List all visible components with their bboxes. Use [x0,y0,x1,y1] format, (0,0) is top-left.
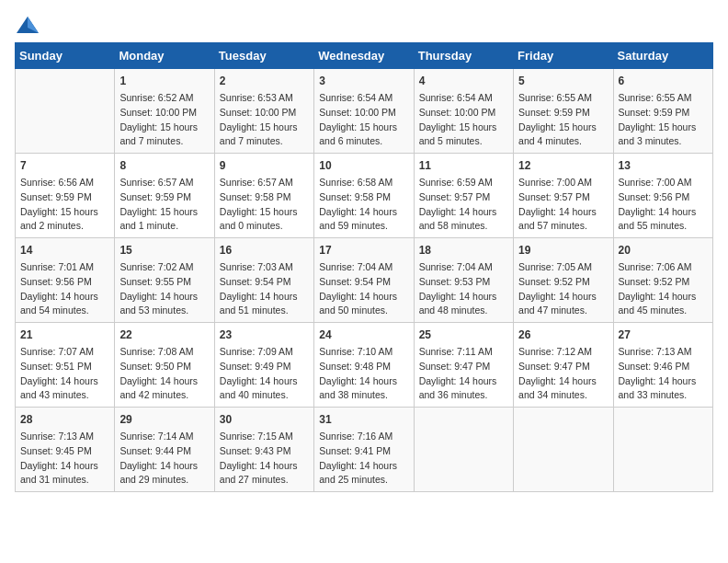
calendar-table: SundayMondayTuesdayWednesdayThursdayFrid… [15,42,713,492]
week-row-3: 21Sunrise: 7:07 AM Sunset: 9:51 PM Dayli… [16,323,713,408]
cell-1-2: 9Sunrise: 6:57 AM Sunset: 9:58 PM Daylig… [214,154,313,238]
day-number: 8 [119,157,209,174]
cell-0-0 [16,69,115,154]
day-number: 20 [619,242,708,259]
cell-2-1: 15Sunrise: 7:02 AM Sunset: 9:55 PM Dayli… [115,238,214,323]
day-number: 23 [220,327,309,343]
day-content: Sunrise: 7:09 AM Sunset: 9:49 PM Dayligh… [220,345,309,403]
logo [15,15,44,35]
cell-3-1: 22Sunrise: 7:08 AM Sunset: 9:50 PM Dayli… [115,323,214,408]
day-number: 2 [220,73,309,89]
cell-0-2: 2Sunrise: 6:53 AM Sunset: 10:00 PM Dayli… [214,69,313,154]
day-content: Sunrise: 7:13 AM Sunset: 9:46 PM Dayligh… [619,345,708,403]
cell-2-5: 19Sunrise: 7:05 AM Sunset: 9:52 PM Dayli… [514,238,613,323]
day-content: Sunrise: 6:52 AM Sunset: 10:00 PM Daylig… [119,91,209,149]
day-content: Sunrise: 6:56 AM Sunset: 9:59 PM Dayligh… [20,176,109,234]
cell-3-3: 24Sunrise: 7:10 AM Sunset: 9:48 PM Dayli… [314,323,414,408]
day-content: Sunrise: 7:15 AM Sunset: 9:43 PM Dayligh… [220,430,309,488]
header-row: SundayMondayTuesdayWednesdayThursdayFrid… [16,43,713,69]
day-content: Sunrise: 7:04 AM Sunset: 9:54 PM Dayligh… [319,260,408,318]
day-number: 13 [619,157,708,174]
cell-4-6 [613,408,712,492]
day-content: Sunrise: 7:06 AM Sunset: 9:52 PM Dayligh… [619,260,708,318]
day-content: Sunrise: 7:01 AM Sunset: 9:56 PM Dayligh… [20,260,109,318]
cell-3-5: 26Sunrise: 7:12 AM Sunset: 9:47 PM Dayli… [514,323,613,408]
day-number: 24 [319,327,408,343]
week-row-1: 7Sunrise: 6:56 AM Sunset: 9:59 PM Daylig… [16,154,713,238]
header-day-thursday: Thursday [414,43,513,69]
day-content: Sunrise: 6:57 AM Sunset: 9:59 PM Dayligh… [119,176,209,234]
cell-3-6: 27Sunrise: 7:13 AM Sunset: 9:46 PM Dayli… [613,323,712,408]
calendar-body: 1Sunrise: 6:52 AM Sunset: 10:00 PM Dayli… [16,69,713,492]
cell-1-3: 10Sunrise: 6:58 AM Sunset: 9:58 PM Dayli… [314,154,414,238]
day-number: 5 [518,73,608,89]
day-number: 15 [119,242,209,259]
day-content: Sunrise: 6:59 AM Sunset: 9:57 PM Dayligh… [419,176,508,234]
day-content: Sunrise: 7:08 AM Sunset: 9:50 PM Dayligh… [119,345,209,403]
day-content: Sunrise: 7:00 AM Sunset: 9:56 PM Dayligh… [619,176,708,234]
day-content: Sunrise: 6:58 AM Sunset: 9:58 PM Dayligh… [319,176,408,234]
day-number: 17 [319,242,408,259]
day-number: 3 [319,73,408,89]
header-day-tuesday: Tuesday [214,43,313,69]
day-number: 6 [619,73,708,89]
day-content: Sunrise: 6:53 AM Sunset: 10:00 PM Daylig… [220,91,309,149]
day-content: Sunrise: 7:07 AM Sunset: 9:51 PM Dayligh… [20,345,109,403]
week-row-4: 28Sunrise: 7:13 AM Sunset: 9:45 PM Dayli… [16,408,713,492]
cell-0-1: 1Sunrise: 6:52 AM Sunset: 10:00 PM Dayli… [115,69,214,154]
day-number: 27 [619,327,708,343]
cell-0-6: 6Sunrise: 6:55 AM Sunset: 9:59 PM Daylig… [613,69,712,154]
day-content: Sunrise: 7:02 AM Sunset: 9:55 PM Dayligh… [119,260,209,318]
header-day-friday: Friday [514,43,613,69]
cell-0-5: 5Sunrise: 6:55 AM Sunset: 9:59 PM Daylig… [514,69,613,154]
day-number: 25 [419,327,508,343]
day-number: 12 [518,157,608,174]
cell-4-0: 28Sunrise: 7:13 AM Sunset: 9:45 PM Dayli… [16,408,115,492]
cell-2-6: 20Sunrise: 7:06 AM Sunset: 9:52 PM Dayli… [613,238,712,323]
day-content: Sunrise: 7:11 AM Sunset: 9:47 PM Dayligh… [419,345,508,403]
cell-1-5: 12Sunrise: 7:00 AM Sunset: 9:57 PM Dayli… [514,154,613,238]
day-number: 19 [518,242,608,259]
day-content: Sunrise: 7:16 AM Sunset: 9:41 PM Dayligh… [319,430,408,488]
cell-2-2: 16Sunrise: 7:03 AM Sunset: 9:54 PM Dayli… [214,238,313,323]
day-content: Sunrise: 7:03 AM Sunset: 9:54 PM Dayligh… [220,260,309,318]
day-content: Sunrise: 6:57 AM Sunset: 9:58 PM Dayligh… [220,176,309,234]
cell-1-6: 13Sunrise: 7:00 AM Sunset: 9:56 PM Dayli… [613,154,712,238]
day-number: 18 [419,242,508,259]
day-number: 26 [518,327,608,343]
cell-4-3: 31Sunrise: 7:16 AM Sunset: 9:41 PM Dayli… [314,408,414,492]
day-content: Sunrise: 7:14 AM Sunset: 9:44 PM Dayligh… [119,430,209,488]
cell-2-4: 18Sunrise: 7:04 AM Sunset: 9:53 PM Dayli… [414,238,513,323]
day-content: Sunrise: 7:12 AM Sunset: 9:47 PM Dayligh… [518,345,608,403]
cell-3-4: 25Sunrise: 7:11 AM Sunset: 9:47 PM Dayli… [414,323,513,408]
day-number: 31 [319,411,408,428]
day-number: 28 [20,411,109,428]
cell-1-1: 8Sunrise: 6:57 AM Sunset: 9:59 PM Daylig… [115,154,214,238]
day-number: 10 [319,157,408,174]
cell-4-1: 29Sunrise: 7:14 AM Sunset: 9:44 PM Dayli… [115,408,214,492]
header-day-monday: Monday [115,43,214,69]
cell-1-0: 7Sunrise: 6:56 AM Sunset: 9:59 PM Daylig… [16,154,115,238]
logo-icon [15,15,40,35]
calendar-header: SundayMondayTuesdayWednesdayThursdayFrid… [16,43,713,69]
cell-3-2: 23Sunrise: 7:09 AM Sunset: 9:49 PM Dayli… [214,323,313,408]
day-number: 7 [20,157,109,174]
page-header [15,15,713,35]
day-number: 9 [220,157,309,174]
day-number: 16 [220,242,309,259]
cell-2-0: 14Sunrise: 7:01 AM Sunset: 9:56 PM Dayli… [16,238,115,323]
day-number: 21 [20,327,109,343]
cell-1-4: 11Sunrise: 6:59 AM Sunset: 9:57 PM Dayli… [414,154,513,238]
cell-3-0: 21Sunrise: 7:07 AM Sunset: 9:51 PM Dayli… [16,323,115,408]
day-content: Sunrise: 7:04 AM Sunset: 9:53 PM Dayligh… [419,260,508,318]
day-content: Sunrise: 7:00 AM Sunset: 9:57 PM Dayligh… [518,176,608,234]
header-day-wednesday: Wednesday [314,43,414,69]
cell-4-2: 30Sunrise: 7:15 AM Sunset: 9:43 PM Dayli… [214,408,313,492]
day-number: 29 [119,411,209,428]
week-row-0: 1Sunrise: 6:52 AM Sunset: 10:00 PM Dayli… [16,69,713,154]
day-content: Sunrise: 6:54 AM Sunset: 10:00 PM Daylig… [419,91,508,149]
day-number: 11 [419,157,508,174]
day-number: 22 [119,327,209,343]
day-content: Sunrise: 6:55 AM Sunset: 9:59 PM Dayligh… [518,91,608,149]
day-number: 14 [20,242,109,259]
